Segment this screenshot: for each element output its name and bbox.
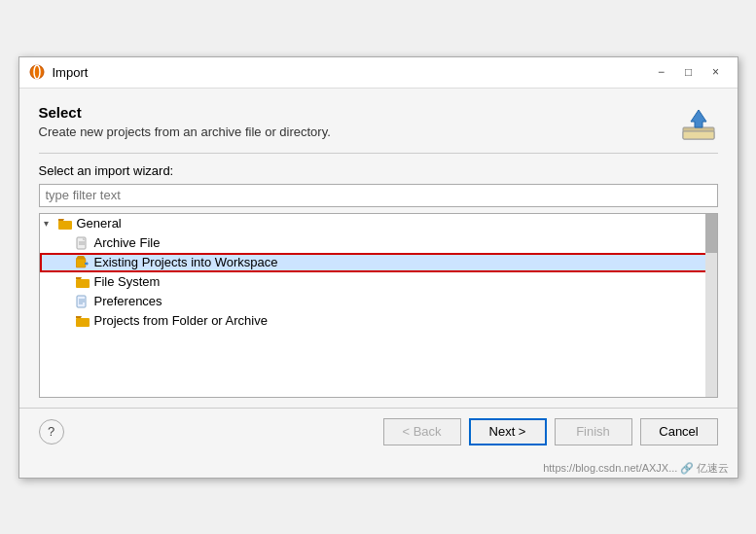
spacer2 — [61, 257, 73, 267]
cancel-button[interactable]: Cancel — [640, 418, 718, 445]
import-dialog: Import − □ × Select Create new projects … — [18, 56, 738, 479]
svg-rect-13 — [76, 259, 86, 267]
dialog-title: Import — [53, 65, 642, 80]
nav-buttons: < Back Next > Finish Cancel — [383, 418, 718, 445]
help-button[interactable]: ? — [39, 419, 64, 445]
chevron-icon: ▾ — [44, 218, 55, 229]
spacer — [61, 237, 73, 248]
tree-item-archive-label: Archive File — [94, 235, 161, 250]
minimize-button[interactable]: − — [650, 62, 673, 82]
section-text: Select Create new projects from an archi… — [39, 104, 331, 139]
svg-marker-4 — [691, 110, 706, 127]
title-bar: Import − □ × — [19, 57, 738, 89]
spacer5 — [61, 315, 73, 326]
next-button[interactable]: Next > — [469, 418, 547, 445]
dialog-content: Select Create new projects from an archi… — [19, 89, 738, 408]
tree-item-prefs-label: Preferences — [94, 294, 162, 308]
svg-rect-22 — [76, 318, 90, 327]
separator — [39, 153, 718, 154]
spacer4 — [61, 296, 73, 306]
watermark: https://blog.csdn.net/AXJX... 🔗 亿速云 — [19, 459, 738, 478]
pref-icon — [75, 294, 90, 309]
tree-item-general-label: General — [77, 216, 122, 231]
scrollbar-track[interactable] — [705, 214, 717, 397]
file-icon — [75, 235, 90, 251]
svg-marker-23 — [76, 316, 82, 318]
folder-icon2 — [75, 274, 90, 290]
svg-marker-8 — [58, 219, 64, 221]
spacer3 — [61, 276, 73, 287]
folder-icon3 — [75, 313, 90, 329]
finish-button[interactable]: Finish — [555, 418, 632, 445]
tree-item-projects-folder-label: Projects from Folder or Archive — [94, 313, 268, 328]
svg-marker-14 — [76, 256, 86, 259]
app-icon — [29, 64, 45, 80]
restore-button[interactable]: □ — [677, 62, 701, 82]
tree-item-general[interactable]: ▾ General — [40, 214, 717, 233]
svg-marker-17 — [76, 277, 82, 279]
project-import-icon — [75, 255, 90, 270]
section-header: Select Create new projects from an archi… — [39, 104, 718, 143]
tree-item-existing-projects[interactable]: Existing Projects into Workspace — [40, 253, 717, 272]
tree-item-filesystem-label: File System — [94, 274, 161, 289]
tree-container[interactable]: ▾ General — [39, 213, 718, 398]
section-desc: Create new projects from an archive file… — [39, 125, 331, 139]
svg-rect-3 — [683, 131, 714, 139]
svg-rect-7 — [58, 221, 63, 224]
filter-input[interactable] — [39, 184, 718, 207]
tree-item-archive-file[interactable]: Archive File — [40, 233, 717, 253]
scrollbar-thumb[interactable] — [705, 214, 717, 253]
import-icon — [679, 104, 718, 143]
window-controls: − □ × — [650, 62, 728, 82]
folder-icon — [57, 216, 73, 231]
back-button[interactable]: < Back — [383, 418, 461, 445]
svg-point-0 — [30, 65, 44, 79]
wizard-label: Select an import wizard: — [39, 163, 718, 178]
close-button[interactable]: × — [704, 62, 728, 82]
section-title: Select — [39, 104, 331, 121]
tree-item-existing-label: Existing Projects into Workspace — [94, 255, 278, 269]
tree-item-preferences[interactable]: Preferences — [40, 292, 717, 311]
tree-item-file-system[interactable]: File System — [40, 272, 717, 292]
tree-item-projects-folder[interactable]: Projects from Folder or Archive — [40, 311, 717, 331]
svg-rect-16 — [76, 279, 90, 288]
button-bar: ? < Back Next > Finish Cancel — [19, 408, 738, 459]
